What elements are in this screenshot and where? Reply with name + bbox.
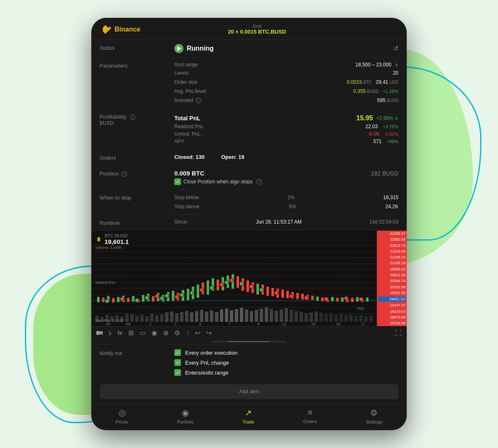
svg-rect-145 (356, 297, 359, 302)
alert-button-placeholder[interactable]: Add alert (100, 384, 398, 399)
order-size-btc: 0.0015 BTC (347, 79, 371, 85)
notify-range-checkbox[interactable]: ✓ (174, 369, 181, 376)
camera-icon[interactable]: ▭ (139, 329, 146, 337)
svg-rect-131 (286, 291, 289, 298)
svg-rect-46 (160, 314, 164, 322)
runtime-section: Runtime Since: Jun 28, 11:53:17 AM 14d 0… (91, 215, 407, 231)
price-tick: 22052.63 (378, 237, 405, 241)
close-position-checkbox[interactable]: ✓ (174, 178, 181, 185)
invested-label: Invested i (174, 97, 201, 103)
total-pnl-pct: +2.68% ∧ (376, 115, 398, 121)
notify-pnl-checkbox[interactable]: ✓ (174, 359, 181, 366)
price-tick: 22289.47 (378, 231, 405, 236)
svg-point-148 (105, 299, 109, 303)
stop-above-label: Stop above (174, 204, 200, 209)
svg-point-162 (229, 278, 234, 282)
price-tick: 20152.89 (378, 285, 405, 289)
svg-rect-137 (316, 297, 319, 301)
notify-item-range: ✓ Enters/exits range (174, 369, 237, 376)
scrollbar-thumb[interactable] (228, 341, 270, 342)
price-tick: 19210.53 (378, 309, 405, 314)
redo-icon[interactable]: ↪ (206, 329, 212, 337)
price-tick: 19921.05 (378, 291, 405, 295)
crosshair-icon[interactable]: ⊞ (128, 329, 134, 337)
since-label: Since: (174, 219, 188, 225)
svg-rect-71 (285, 308, 288, 322)
apy-pct: +96% (387, 139, 398, 144)
logo-area: Binance (100, 24, 140, 35)
levels-value: 20 (393, 70, 398, 76)
undo-icon[interactable]: ↩ (195, 329, 200, 337)
position-content: 0.009 BTC 182 BUSD ✓ Close Position when… (174, 170, 398, 185)
status-label: Status (100, 44, 174, 51)
layers-icon[interactable]: ⊕ (163, 329, 168, 337)
svg-rect-69 (275, 311, 278, 322)
profitability-content: Total PnL 15.95 +2.68% ∧ Realized PnL 22… (174, 113, 398, 145)
price-tick: 20394.74 (378, 279, 405, 283)
app-header: Binance Grid 20 × 0.0015 BTC.BUSD (91, 18, 407, 40)
svg-rect-45 (155, 315, 159, 322)
portfolio-label: Portfolio (177, 419, 194, 424)
svg-rect-86 (359, 315, 363, 322)
runtime-label: Runtime (100, 219, 174, 226)
svg-rect-125 (256, 284, 259, 295)
eye-icon[interactable]: ◉ (151, 329, 157, 337)
runtime-duration: 14d 02:04:03 (369, 219, 398, 225)
grid-label: Grid (228, 24, 286, 29)
notify-me-label: Notify me (100, 349, 174, 376)
price-tick: 21105.26 (378, 261, 405, 265)
realized-pct: +3.76% (383, 124, 398, 129)
apy-row: APY 571 +96% (174, 138, 398, 145)
invested-info-icon[interactable]: i (196, 98, 201, 103)
close-position-info-icon[interactable]: i (256, 179, 262, 185)
notify-order-checkbox[interactable]: ✓ (174, 349, 181, 356)
stop-above-value: 24.2K (386, 204, 398, 209)
order-size-row: Order size 0.0015 BTC 29.41 USD (174, 78, 398, 86)
svg-rect-134 (301, 294, 304, 299)
svg-point-152 (155, 294, 159, 298)
chart-area[interactable]: BTC.BUSD 19,601.1 ⤢ (91, 231, 407, 326)
svg-rect-140 (331, 297, 334, 301)
svg-point-170 (344, 296, 348, 300)
timeframe-selector[interactable]: 8H (96, 330, 103, 336)
levels-label: Levels (174, 70, 189, 76)
grid-range-row[interactable]: Grid range 18,500 – 23,000 ∧ (174, 62, 398, 68)
svg-rect-64 (250, 311, 253, 322)
share-icon[interactable]: ↑ (186, 329, 189, 337)
refresh-icon[interactable]: ↺ (393, 44, 398, 52)
nav-orders[interactable]: ≡ Orders (303, 408, 317, 424)
price-tick: 21338.15 (378, 255, 405, 259)
notify-range-text: Enters/exits range (185, 370, 229, 376)
order-size-usd: 29.41 USD (376, 79, 399, 85)
svg-rect-67 (265, 307, 268, 322)
position-row: 0.009 BTC 182 BUSD (174, 170, 398, 177)
settings-gear-icon[interactable]: ⚙ (174, 329, 180, 337)
fullscreen-icon[interactable]: ⛶ (395, 329, 402, 337)
svg-text:29: 29 (106, 322, 110, 326)
nav-settings[interactable]: ⚙ Settings (366, 408, 382, 424)
bars-icon[interactable]: 𝄳 (108, 329, 112, 337)
svg-point-159 (210, 286, 214, 290)
fx-icon[interactable]: fx (117, 330, 122, 336)
svg-rect-84 (349, 314, 353, 322)
nav-portfolio[interactable]: ◉ Portfolio (177, 408, 194, 424)
chevron-up-icon: ∧ (395, 62, 398, 68)
svg-text:9: 9 (257, 322, 259, 326)
position-info-icon[interactable]: i (122, 171, 127, 177)
settings-label: Settings (366, 419, 382, 424)
nav-trade[interactable]: ↗ Trade (243, 408, 254, 424)
total-pnl-value: 15.95 (356, 114, 373, 122)
svg-text:13: 13 (311, 322, 315, 326)
svg-rect-70 (280, 309, 283, 322)
svg-rect-81 (334, 315, 338, 322)
profitability-label: Profitability, i BUSD (100, 113, 174, 126)
chart-price: 19,601.1 (105, 238, 129, 245)
chart-symbol-text: BTC.BUSD (105, 233, 129, 238)
svg-point-158 (200, 288, 204, 292)
nav-prices[interactable]: ◎ Prices (116, 408, 129, 424)
svg-point-154 (165, 294, 169, 298)
apy-value: 571 (374, 139, 382, 144)
svg-point-169 (324, 297, 328, 301)
svg-rect-88 (369, 316, 373, 322)
profitability-info-icon[interactable]: i (130, 114, 135, 120)
